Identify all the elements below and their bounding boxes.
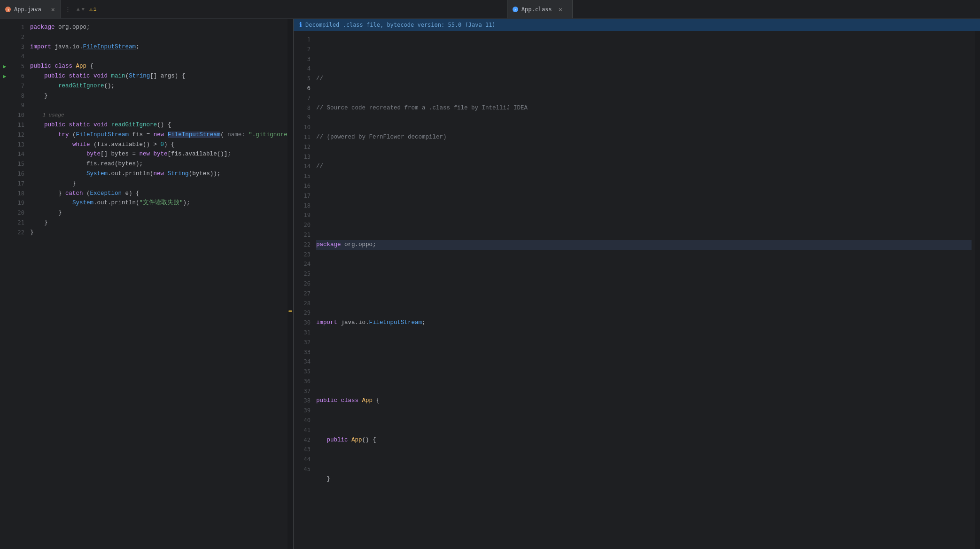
r-line-3: // (powered by FernFlower decompiler) xyxy=(316,132,972,142)
info-bar: ℹ Decompiled .class file, bytecode versi… xyxy=(294,19,980,31)
code-line-7: readGitIgnore(); xyxy=(30,81,284,91)
code-line-1: package org.oppo; xyxy=(30,23,284,32)
editor-menu-icon[interactable]: ⋮ xyxy=(61,0,75,18)
r-line-5 xyxy=(316,201,972,211)
code-line-16: System.out.println(new String(bytes)); xyxy=(30,169,284,179)
r-line-11: public App() { xyxy=(316,435,972,445)
left-pane-tab[interactable]: J App.java × xyxy=(0,0,61,18)
code-line-10: 1 usage xyxy=(30,110,284,120)
run-gutter-5[interactable]: ▶ xyxy=(0,62,9,71)
right-editor-pane: ℹ Decompiled .class file, bytecode versi… xyxy=(294,19,980,549)
code-line-13: while (fis.available() > 0) { xyxy=(30,140,284,150)
code-line-5: public class App { xyxy=(30,62,284,71)
code-line-9 xyxy=(30,101,284,110)
code-line-20: } xyxy=(30,208,284,218)
r-line-2: // Source code recreated from a .class f… xyxy=(316,103,972,113)
r-line-10: public class App { xyxy=(316,396,972,406)
r-line-1: // xyxy=(316,74,972,84)
code-line-8: } xyxy=(30,91,284,101)
code-line-22: } xyxy=(30,228,284,238)
code-line-6: public static void main(String[] args) { xyxy=(30,71,284,81)
left-code-content[interactable]: package org.oppo; import java.io.FileInp… xyxy=(26,19,288,549)
left-editor-pane: ▶ ▶ 1 2 3 4 5 6 7 8 9 10 11 12 1 xyxy=(0,19,294,549)
code-line-3: import java.io.FileInputStream; xyxy=(30,42,284,52)
java-file-icon: J xyxy=(5,6,11,13)
info-bar-text: Decompiled .class file, bytecode version… xyxy=(305,22,496,28)
r-line-9 xyxy=(316,357,972,367)
r-line-8: import java.io.FileInputStream; xyxy=(316,318,972,328)
left-gutter: ▶ ▶ xyxy=(0,19,9,549)
scroll-down-icon[interactable]: ▼ xyxy=(82,7,85,12)
right-scrollbar[interactable] xyxy=(975,31,980,549)
code-line-18: } catch (Exception e) { xyxy=(30,189,284,199)
code-line-14: byte[] bytes = new byte[fis.available()]… xyxy=(30,149,284,159)
right-tab-label: App.class xyxy=(521,6,552,13)
right-line-numbers: 1 2 3 4 5 6 7 8 9 10 11 12 13 14 15 16 1 xyxy=(294,31,312,549)
left-line-numbers: 1 2 3 4 5 6 7 8 9 10 11 12 13 14 15 16 1 xyxy=(9,19,26,549)
r-line-6: package org.oppo; xyxy=(316,240,972,250)
run-gutter-6[interactable]: ▶ xyxy=(0,71,9,81)
left-tab-label: App.java xyxy=(14,6,41,13)
right-pane-tab[interactable]: C App.class × xyxy=(507,0,573,18)
code-line-17: } xyxy=(30,179,284,189)
svg-text:J: J xyxy=(7,8,9,12)
left-scrollbar[interactable] xyxy=(288,19,293,549)
svg-text:C: C xyxy=(514,8,516,11)
right-tab-close[interactable]: × xyxy=(558,6,563,13)
code-line-12: try (FileInputStream fis = new FileInput… xyxy=(30,130,284,140)
scroll-up-icon[interactable]: ▲ xyxy=(77,7,80,12)
r-line-13 xyxy=(316,513,972,523)
info-icon: ℹ xyxy=(299,21,302,29)
code-line-19: System.out.println("文件读取失败"); xyxy=(30,198,284,208)
code-line-2 xyxy=(30,32,284,42)
code-line-4 xyxy=(30,52,284,62)
class-file-icon: C xyxy=(512,6,519,13)
r-line-12: } xyxy=(316,474,972,484)
code-line-15: fis.read(bytes); xyxy=(30,159,284,169)
code-line-11: public static void readGitIgnore() { xyxy=(30,120,284,130)
r-line-7 xyxy=(316,279,972,289)
code-line-21: } xyxy=(30,218,284,228)
r-line-4: // xyxy=(316,162,972,171)
left-tab-close[interactable]: × xyxy=(50,6,56,13)
warning-badge: ⚠1 xyxy=(86,0,99,18)
right-code-content[interactable]: // // Source code recreated from a .clas… xyxy=(312,31,975,549)
